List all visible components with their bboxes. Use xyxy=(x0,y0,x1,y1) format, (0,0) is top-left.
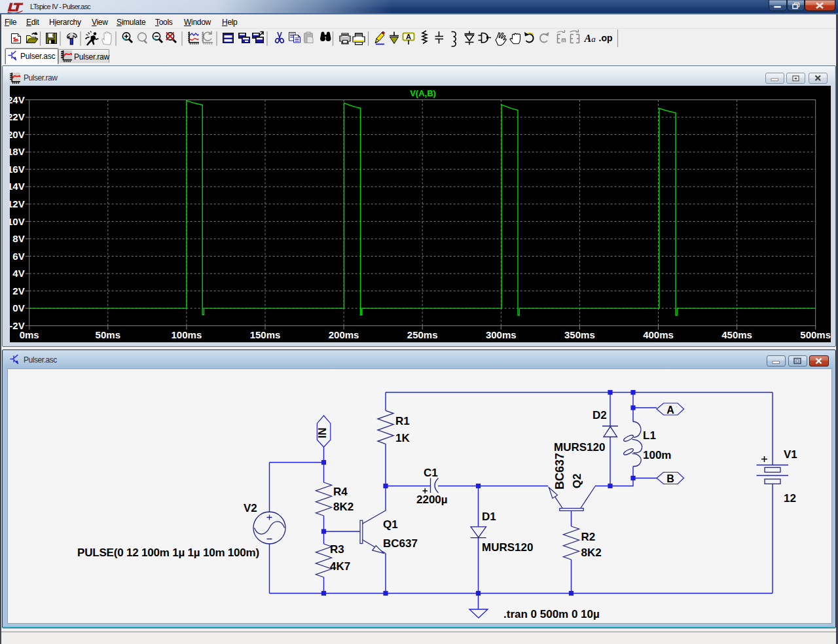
svg-text:V1: V1 xyxy=(784,448,797,461)
svg-text:Aa: Aa xyxy=(584,33,596,44)
svg-text:B: B xyxy=(666,473,674,484)
svg-text:4V: 4V xyxy=(12,268,24,279)
svg-text:450ms: 450ms xyxy=(721,329,752,340)
svg-text:14V: 14V xyxy=(10,181,25,192)
svg-text:400ms: 400ms xyxy=(643,329,674,340)
svg-text:BC637: BC637 xyxy=(383,537,418,550)
svg-text:D1: D1 xyxy=(482,510,496,523)
svg-text:350ms: 350ms xyxy=(564,329,595,340)
svg-text:50ms: 50ms xyxy=(96,329,120,340)
svg-text:Q1: Q1 xyxy=(383,518,398,531)
svg-text:.tran 0 500m 0 10µ: .tran 0 500m 0 10µ xyxy=(503,608,600,620)
svg-text:.op: .op xyxy=(599,33,613,43)
svg-text:Q2: Q2 xyxy=(571,474,583,489)
svg-text:A: A xyxy=(666,404,674,416)
svg-text:D2: D2 xyxy=(592,409,607,421)
svg-text:PULSE(0 12 100m 1µ 1µ 10m 100m: PULSE(0 12 100m 1µ 1µ 10m 100m) xyxy=(77,546,259,559)
svg-text:R1: R1 xyxy=(395,415,410,427)
svg-text:4K7: 4K7 xyxy=(330,560,350,573)
svg-text:20V: 20V xyxy=(10,129,25,140)
svg-text:12V: 12V xyxy=(10,198,25,209)
svg-text:V2: V2 xyxy=(244,502,257,514)
svg-text:150ms: 150ms xyxy=(250,329,281,340)
svg-text:IN: IN xyxy=(317,428,328,438)
svg-text:0ms: 0ms xyxy=(20,329,39,340)
svg-text:18V: 18V xyxy=(10,146,25,157)
svg-text:300ms: 300ms xyxy=(486,329,517,340)
svg-text:10V: 10V xyxy=(10,216,25,227)
svg-text:2200µ: 2200µ xyxy=(416,493,448,506)
svg-text:MURS120: MURS120 xyxy=(482,541,533,554)
svg-text:8V: 8V xyxy=(12,233,24,244)
svg-text:250ms: 250ms xyxy=(407,329,438,340)
svg-text:100ms: 100ms xyxy=(172,329,202,340)
svg-text:L1: L1 xyxy=(643,429,656,442)
svg-text:R3: R3 xyxy=(330,543,344,556)
svg-text:8K2: 8K2 xyxy=(581,546,602,559)
svg-text:8K2: 8K2 xyxy=(333,501,354,513)
svg-text:24V: 24V xyxy=(10,94,25,105)
svg-text:V(A,B): V(A,B) xyxy=(410,88,436,98)
svg-text:R2: R2 xyxy=(581,531,596,543)
svg-text:200ms: 200ms xyxy=(329,329,359,340)
svg-text:BC637: BC637 xyxy=(553,453,566,490)
svg-text:2V: 2V xyxy=(12,285,24,296)
svg-text:C1: C1 xyxy=(424,467,438,479)
svg-text:500ms: 500ms xyxy=(800,329,831,340)
svg-text:100m: 100m xyxy=(643,449,671,461)
svg-text:6V: 6V xyxy=(12,251,24,262)
svg-text:1K: 1K xyxy=(395,432,410,444)
svg-text:MURS120: MURS120 xyxy=(554,441,605,454)
svg-text:R4: R4 xyxy=(333,486,348,498)
svg-text:0V: 0V xyxy=(12,302,24,313)
svg-text:12: 12 xyxy=(784,492,796,505)
svg-text:A: A xyxy=(406,33,411,41)
svg-text:16V: 16V xyxy=(10,164,25,175)
svg-text:22V: 22V xyxy=(10,111,25,122)
